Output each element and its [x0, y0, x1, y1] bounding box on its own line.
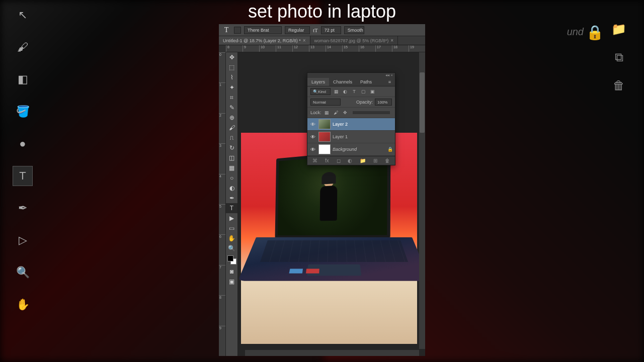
marquee-tool[interactable]: ⬚ [226, 62, 237, 72]
lasso-tool[interactable]: ⌇ [226, 72, 237, 82]
trash-icon[interactable]: 🗑 [610, 76, 628, 95]
kind-filter-dropdown[interactable]: 🔍 Kind [310, 88, 331, 95]
copy-icon[interactable]: ⧉ [610, 48, 628, 66]
filter-type-icon[interactable]: T [351, 88, 358, 95]
link-layers-icon[interactable]: ⌘ [312, 158, 317, 163]
eyedropper-tool[interactable]: ✎ [226, 103, 237, 113]
layer-mask-icon[interactable]: ◻ [337, 158, 341, 163]
stamp-tool[interactable]: ⎍ [226, 133, 237, 143]
lock-label: Lock: [310, 110, 321, 115]
opacity-label: Opacity: [356, 100, 373, 105]
new-layer-icon[interactable]: ⊞ [373, 158, 377, 163]
vertical-scrollbar[interactable] [419, 52, 425, 349]
folder-icon[interactable]: 📁 [610, 20, 628, 38]
lock-transparency-icon[interactable]: ▦ [324, 109, 331, 116]
laptop-image [251, 153, 412, 324]
opacity-input[interactable]: 100% [375, 99, 392, 106]
visibility-icon[interactable]: 👁 [309, 121, 316, 128]
panel-titlebar[interactable]: ◂◂ × [307, 73, 395, 78]
visibility-icon[interactable]: 👁 [309, 146, 316, 153]
blur-tool[interactable]: ○ [226, 173, 237, 183]
lock-icon: 🔒 [387, 147, 393, 152]
tab-paths[interactable]: Paths [356, 78, 376, 86]
filter-row: 🔍 Kind ▦ ◐ T ▢ ▣ [307, 86, 395, 97]
panel-menu-icon[interactable]: ≡ [384, 78, 395, 86]
layer-item[interactable]: 👁 Layer 1 [307, 131, 395, 143]
adjustment-icon[interactable]: ◐ [348, 158, 352, 163]
lock-position-icon[interactable]: ✥ [342, 109, 349, 116]
layer-thumbnail[interactable] [318, 144, 331, 154]
blend-mode-dropdown[interactable]: Normal [310, 99, 341, 106]
brush-icon[interactable]: 🖌 [13, 37, 33, 57]
document-tab-inactive[interactable]: woman-5828787.jpg @ 5% (RGB/8*) × [310, 36, 398, 45]
tools-panel: ✥ ⬚ ⌇ ✦ ⌗ ✎ ⊕ 🖌 ⎍ ↻ ◫ ▦ ○ ◐ ✒ T ▶ ▭ ✋ 🔍 … [226, 52, 238, 356]
color-swatch[interactable] [227, 255, 236, 264]
crop-tool[interactable]: ⌗ [226, 93, 237, 103]
lock-pixels-icon[interactable]: 🖌 [333, 109, 340, 116]
layer-item[interactable]: 👁 Layer 2 [307, 118, 395, 131]
horizontal-scrollbar[interactable] [245, 350, 419, 356]
tab-label: woman-5828787.jpg @ 5% (RGB/8*) [314, 38, 389, 43]
outer-right-toolbar: 📁 ⧉ 🗑 [604, 20, 634, 95]
close-icon[interactable]: × [303, 38, 306, 43]
type-tool[interactable]: T [226, 203, 237, 213]
anti-alias-dropdown[interactable]: Smooth [344, 26, 364, 34]
document-tab-active[interactable]: Untitled-1 @ 18.7% (Layer 2, RGB/8) * × [219, 36, 310, 45]
foreground-color[interactable] [227, 255, 233, 261]
vertical-ruler[interactable]: 0123456789 [219, 52, 226, 356]
pen-icon[interactable]: ✒ [13, 198, 33, 218]
orientation-toggle[interactable] [234, 27, 241, 34]
pen-tool[interactable]: ✒ [226, 193, 237, 203]
type-tool-indicator: T [222, 26, 231, 35]
blob-icon[interactable]: ● [13, 134, 33, 154]
shape-tool[interactable]: ▭ [226, 223, 237, 233]
filter-smart-icon[interactable]: ▣ [369, 88, 376, 95]
path-select-tool[interactable]: ▶ [226, 213, 237, 223]
hand-icon[interactable]: ✋ [13, 295, 33, 315]
font-family-dropdown[interactable]: There Brat [244, 26, 282, 34]
document-tabs: Untitled-1 @ 18.7% (Layer 2, RGB/8) * × … [219, 36, 425, 45]
filter-shape-icon[interactable]: ▢ [360, 88, 367, 95]
zoom-icon[interactable]: 🔍 [13, 262, 33, 283]
tab-layers[interactable]: Layers [307, 78, 329, 86]
screenmode-toggle[interactable]: ▣ [226, 277, 237, 287]
layer-name[interactable]: Layer 2 [333, 122, 393, 127]
move-tool[interactable]: ✥ [226, 52, 237, 62]
eraser-tool[interactable]: ◫ [226, 153, 237, 163]
zoom-tool[interactable]: 🔍 [226, 243, 237, 253]
layer-item[interactable]: 👁 Background 🔒 [307, 143, 395, 156]
font-style-dropdown[interactable]: Regular [285, 26, 310, 34]
close-icon[interactable]: × [390, 38, 393, 43]
fill-slider[interactable] [353, 111, 390, 114]
delete-layer-icon[interactable]: 🗑 [385, 158, 390, 163]
group-icon[interactable]: 📁 [360, 158, 366, 163]
video-title-overlay: set photo in laptop [0, 1, 644, 22]
gradient-tool[interactable]: ▦ [226, 163, 237, 173]
quickmask-toggle[interactable]: ◙ [226, 266, 237, 277]
outer-left-toolbar: ↖ 🖌 ◧ 🪣 ● T ✒ ▷ 🔍 ✋ [0, 0, 45, 362]
dodge-tool[interactable]: ◐ [226, 183, 237, 193]
healing-tool[interactable]: ⊕ [226, 113, 237, 123]
photoshop-window: T There Brat Regular tT 72 pt Smooth Unt… [219, 24, 425, 356]
font-size-dropdown[interactable]: 72 pt [321, 26, 341, 34]
scrollbar-thumb[interactable] [420, 72, 425, 133]
layer-name[interactable]: Background [333, 147, 385, 152]
history-brush-tool[interactable]: ↻ [226, 143, 237, 153]
tab-channels[interactable]: Channels [329, 78, 356, 86]
partial-background-text: und [567, 26, 584, 38]
visibility-icon[interactable]: 👁 [309, 133, 316, 140]
layer-thumbnail[interactable] [318, 119, 331, 129]
horizontal-ruler[interactable]: 8910111213141516171819 [226, 45, 425, 52]
brush-tool[interactable]: 🖌 [226, 123, 237, 133]
bucket-icon[interactable]: 🪣 [13, 102, 33, 122]
wand-tool[interactable]: ✦ [226, 82, 237, 93]
select-icon[interactable]: ▷ [13, 230, 33, 250]
text-tool-icon[interactable]: T [13, 166, 33, 186]
layer-name[interactable]: Layer 1 [333, 134, 393, 139]
hand-tool[interactable]: ✋ [226, 233, 237, 243]
eraser-icon[interactable]: ◧ [13, 69, 33, 89]
layer-thumbnail[interactable] [318, 132, 331, 142]
filter-pixel-icon[interactable]: ▦ [333, 88, 340, 95]
filter-adjust-icon[interactable]: ◐ [342, 88, 349, 95]
layer-fx-icon[interactable]: fx [325, 158, 329, 163]
